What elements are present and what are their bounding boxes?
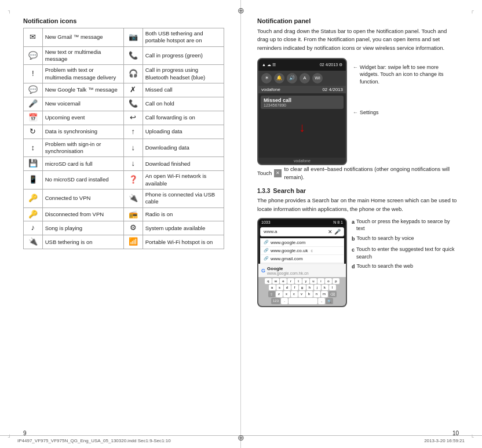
search-annotations: a Touch or press the keypads to searce b… bbox=[352, 218, 459, 307]
text-cell-left-8: microSD card is full bbox=[42, 157, 123, 171]
phone-bottom-carrier: vodafone bbox=[258, 158, 346, 164]
phone-icon-sound: 🔊 bbox=[287, 73, 297, 83]
key-j: j bbox=[314, 285, 321, 290]
text-cell-left-7: Problem with sign-in or synchronisation bbox=[42, 139, 123, 157]
corner-mark-top-right: ┌ bbox=[470, 8, 474, 13]
suggestion-text-3: www.gmail.com bbox=[271, 256, 303, 261]
text-cell-left-0: New Gmail ™ message bbox=[42, 28, 123, 47]
annotation-c-row: c Touch to enter the suggested text for … bbox=[352, 246, 459, 260]
icon-cell-right-6: ↑ bbox=[123, 125, 143, 139]
google-name: Google bbox=[267, 266, 309, 271]
search-clear-icon: ✕ bbox=[328, 229, 333, 235]
icon-cell-right-10: 🔌 bbox=[123, 189, 143, 207]
annotation-d-row: d Touch to search the web bbox=[352, 263, 459, 271]
icon-cell-left-6: ↻ bbox=[24, 125, 43, 139]
suggestion-google: 🔗 www.google.com bbox=[261, 239, 344, 247]
text-cell-right-9: An open Wi-Fi network is available bbox=[143, 171, 224, 190]
notif-icons-title: Notification icons bbox=[23, 17, 224, 24]
search-bar-intro: The phone provides a Search bar on the m… bbox=[257, 196, 459, 213]
key-g: g bbox=[299, 285, 306, 290]
suggestion-gmail: 🔗 www.gmail.com bbox=[261, 255, 344, 263]
text-cell-right-4: Call on hold bbox=[143, 97, 224, 111]
table-row: ↻Data is synchronising↑Uploading data bbox=[24, 125, 224, 139]
widget-annotation: ← Widget bar: swipe left to see more wid… bbox=[353, 64, 459, 86]
table-row: ↕Problem with sign-in or synchronisation… bbox=[24, 139, 224, 157]
touch-to-clear-rest: to clear all event–based notifications (… bbox=[284, 165, 459, 182]
table-row: 🔑Connected to VPN🔌Phone is connected via… bbox=[24, 189, 224, 207]
phone-icon-notification: 🔔 bbox=[274, 73, 284, 83]
key-b: b bbox=[306, 291, 313, 297]
touch-to-clear-text: Touch ✕ to clear all event–based notific… bbox=[257, 165, 459, 182]
text-cell-right-6: Uploading data bbox=[143, 125, 224, 139]
key-v: v bbox=[298, 291, 305, 297]
compass-top: ⊕ bbox=[238, 6, 244, 15]
annotation-c-text: Touch to enter the suggested text for qu… bbox=[356, 246, 459, 260]
key-a: a bbox=[269, 285, 276, 290]
key-z: z bbox=[276, 291, 283, 297]
settings-arrow: ← bbox=[353, 109, 358, 117]
annotation-b-text: Touch to search by voice bbox=[357, 235, 414, 243]
suggestion-icon-2: 🔗 bbox=[264, 248, 269, 253]
text-cell-right-7: Downloading data bbox=[143, 139, 224, 157]
text-cell-left-13: USB tethering is on bbox=[42, 235, 123, 249]
icon-cell-left-13: 🔌 bbox=[24, 235, 43, 249]
table-row: ♪Song is playing⚙System update available bbox=[24, 221, 224, 235]
key-space bbox=[289, 298, 317, 304]
phone-keyboard: q w e r t y u i o p a s d bbox=[258, 277, 346, 306]
compass-bottom: ⊕ bbox=[238, 433, 244, 442]
text-cell-right-13: Portable Wi-Fi hotspot is on bbox=[143, 235, 224, 249]
text-cell-right-8: Download finished bbox=[143, 157, 224, 171]
key-x: x bbox=[283, 291, 290, 297]
keyboard-row-1: q w e r t y u i o p bbox=[260, 278, 345, 284]
icon-cell-right-8: ↓ bbox=[123, 157, 143, 171]
icon-cell-right-3: ✗ bbox=[123, 83, 143, 97]
section-133-num: 1.3.3 bbox=[257, 188, 270, 194]
key-u: u bbox=[310, 278, 317, 284]
text-cell-left-9: No microSD card installed bbox=[42, 171, 123, 190]
google-sub: www.google.com.hk.cn bbox=[267, 271, 309, 275]
search-mic-icon: 🎤 bbox=[334, 229, 341, 235]
key-w: w bbox=[272, 278, 279, 284]
table-row: 📅Upcoming event↩Call forwarding is on bbox=[24, 111, 224, 125]
phone-carrier-name: vodafone bbox=[261, 87, 280, 92]
key-h: h bbox=[306, 285, 313, 290]
search-status-right: N 8 1 bbox=[333, 220, 343, 224]
phone-missed-call-block: Missed call 1234567890 bbox=[261, 96, 344, 109]
section-133-header: 1.3.3 Search bar bbox=[257, 187, 459, 194]
table-row: 🔑Disconnected from VPN📻Radio is on bbox=[24, 207, 224, 221]
phone-mockup-container: ▲ ☁ ☰ 02 4/2013 ⚙ ☀ 🔔 🔊 A Wi vodafone 02… bbox=[257, 58, 459, 165]
icon-cell-left-1: 💬 bbox=[24, 46, 43, 65]
text-cell-right-12: System update available bbox=[143, 221, 224, 235]
keyboard-row-3: ⇧ z x c v b n m ⌫ bbox=[260, 291, 345, 297]
key-t: t bbox=[295, 278, 302, 284]
search-mockup-area: 1033 N 8 1 www.a ✕ 🎤 🔗 www.google.com bbox=[257, 218, 459, 307]
key-m: m bbox=[321, 291, 328, 297]
touch-word: Touch bbox=[257, 169, 272, 177]
suggestion-google-uk: 🔗 www.google.co.uk c bbox=[261, 247, 344, 255]
text-cell-right-11: Radio is on bbox=[143, 207, 224, 221]
text-cell-right-0: Both USB tethering and portable hotspot … bbox=[143, 28, 224, 47]
icon-cell-left-0: ✉ bbox=[24, 28, 43, 47]
settings-annotation-text: Settings bbox=[360, 109, 379, 117]
corner-mark-top-left: ┐ bbox=[8, 8, 12, 13]
key-comma: , bbox=[318, 298, 325, 304]
table-row: ✉New Gmail ™ message📷Both USB tethering … bbox=[24, 28, 224, 47]
annotation-a-row: a Touch or press the keypads to searce b… bbox=[352, 218, 459, 232]
key-k: k bbox=[322, 285, 328, 290]
key-d: d bbox=[284, 285, 291, 290]
icon-cell-left-10: 🔑 bbox=[24, 189, 43, 207]
suggestion-text-1: www.google.com bbox=[271, 240, 305, 245]
phone-status-bar: ▲ ☁ ☰ 02 4/2013 ⚙ bbox=[258, 59, 346, 71]
key-f: f bbox=[291, 285, 298, 290]
google-label: G bbox=[261, 268, 265, 274]
text-cell-left-12: Song is playing bbox=[42, 221, 123, 235]
text-cell-left-6: Data is synchronising bbox=[42, 125, 123, 139]
icon-cell-right-4: 📞 bbox=[123, 97, 143, 111]
suggestion-c-marker: c bbox=[311, 249, 313, 253]
text-cell-right-3: Missed call bbox=[143, 83, 224, 97]
search-url-text: www.a bbox=[264, 229, 277, 234]
left-page: ┐ ┘ Notification icons ✉New Gmail ™ mess… bbox=[0, 0, 241, 448]
text-cell-left-5: Upcoming event bbox=[42, 111, 123, 125]
annotation-b-row: b Touch to search by voice bbox=[352, 235, 459, 243]
text-cell-left-11: Disconnected from VPN bbox=[42, 207, 123, 221]
